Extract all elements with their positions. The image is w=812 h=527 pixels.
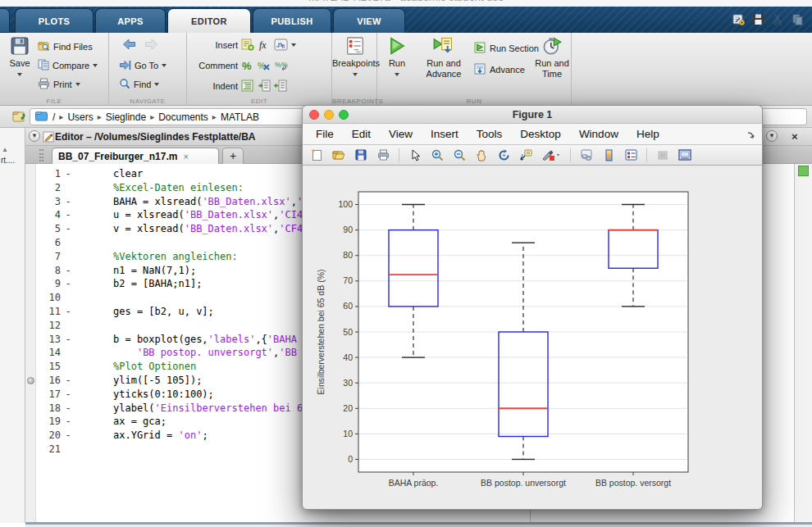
copy-icon[interactable] xyxy=(791,13,804,25)
zoom-in-icon[interactable] xyxy=(430,148,445,162)
browse-folder-icon[interactable] xyxy=(12,110,26,126)
save-button[interactable]: Save xyxy=(5,36,34,79)
uncomment-icon[interactable]: % xyxy=(258,59,271,73)
compare-button[interactable]: Compare xyxy=(38,58,98,73)
editor-menu-button[interactable]: ▼ xyxy=(766,130,778,142)
brush-data-icon[interactable] xyxy=(541,148,562,162)
svg-text:0: 0 xyxy=(348,454,353,464)
insert-legend-icon[interactable] xyxy=(623,148,638,162)
link-plot-icon[interactable] xyxy=(579,148,594,162)
pan-hand-icon[interactable] xyxy=(474,148,489,162)
tab-grip-handle[interactable] xyxy=(39,149,43,161)
menu-desktop[interactable]: Desktop xyxy=(520,128,561,140)
smart-indent-icon[interactable] xyxy=(241,80,254,93)
new-document-tab-button[interactable]: + xyxy=(222,148,244,164)
new-script-icon[interactable] xyxy=(732,13,745,25)
figure-menubar: File Edit View Insert Tools Desktop Wind… xyxy=(303,124,762,145)
tab-apps[interactable]: APPS xyxy=(95,8,166,33)
breakpoints-button[interactable]: Breakpoints xyxy=(332,36,377,79)
menu-window[interactable]: Window xyxy=(579,128,618,140)
insert-function-icon[interactable]: fx xyxy=(258,39,271,52)
insert-colorbar-icon[interactable] xyxy=(601,148,616,162)
tab-home-partial[interactable] xyxy=(0,8,10,33)
tab-editor[interactable]: EDITOR xyxy=(167,8,251,33)
back-arrow-icon[interactable] xyxy=(122,39,136,52)
ribbon-section-edit: Insert fx fi Comment % % %% Indent EDIT xyxy=(187,33,332,106)
figure-titlebar[interactable]: Figure 1 xyxy=(303,106,762,124)
tab-view[interactable]: VIEW xyxy=(333,8,405,33)
breadcrumb-separator: ▸ xyxy=(57,112,66,121)
insert-fi-icon[interactable]: fi xyxy=(274,39,288,52)
panel-menu-button[interactable]: ▼ xyxy=(29,130,40,142)
svg-text:70: 70 xyxy=(343,275,353,285)
code-line: 11-ges = [b2, u, v]; xyxy=(36,305,308,319)
find-files-button[interactable]: Find Files xyxy=(38,39,93,54)
panel-truncated-label: rt.... xyxy=(1,156,15,165)
wrap-comments-icon[interactable]: %% xyxy=(275,59,289,73)
svg-text:90: 90 xyxy=(343,225,353,234)
menu-view[interactable]: View xyxy=(389,128,413,140)
insert-section-icon[interactable] xyxy=(241,39,254,52)
code-line: 9-b2 = [BAHA;n1]; xyxy=(36,277,308,291)
svg-text:20: 20 xyxy=(343,403,353,413)
save-icon[interactable] xyxy=(752,13,764,25)
new-figure-icon[interactable] xyxy=(309,148,324,162)
hide-plot-tools-icon[interactable] xyxy=(655,148,670,162)
svg-text:80: 80 xyxy=(343,250,353,260)
rotate-3d-icon[interactable] xyxy=(496,148,511,162)
run-button[interactable]: Run xyxy=(382,36,412,79)
svg-text:fi: fi xyxy=(282,43,285,49)
edit-plot-cursor-icon[interactable] xyxy=(408,148,422,162)
menu-tools[interactable]: Tools xyxy=(477,128,503,140)
toolbar-separator xyxy=(570,148,571,162)
advance-icon xyxy=(474,63,486,76)
print-figure-icon[interactable] xyxy=(376,148,390,162)
goto-icon xyxy=(119,60,131,72)
menu-edit[interactable]: Edit xyxy=(352,128,371,140)
document-tab[interactable]: BB_07_Freiburger_n17.m × xyxy=(52,148,219,164)
run-section-button[interactable]: Run Section xyxy=(474,41,539,56)
save-figure-icon[interactable] xyxy=(354,148,368,162)
menu-help[interactable]: Help xyxy=(636,128,659,140)
breadcrumb-segment[interactable]: Users xyxy=(67,111,93,123)
svg-text:60: 60 xyxy=(343,301,353,311)
tab-close-icon[interactable]: × xyxy=(183,152,188,161)
show-plot-tools-dock-icon[interactable] xyxy=(677,148,692,162)
toolbar-separator xyxy=(399,148,399,162)
breadcrumb-segment[interactable]: Sieglinde xyxy=(106,111,146,123)
code-analyzer-bar[interactable] xyxy=(794,164,812,522)
comment-icon[interactable]: % xyxy=(241,59,254,73)
code-line: 16-ylim([-5 105]); xyxy=(36,374,308,388)
goto-button[interactable]: Go To xyxy=(119,58,167,73)
cut-icon[interactable] xyxy=(772,13,784,25)
run-and-time-button[interactable]: Run and Time xyxy=(535,36,569,79)
tab-publish[interactable]: PUBLISH xyxy=(253,8,331,33)
advance-button[interactable]: Advance xyxy=(474,62,525,77)
breadcrumb-segment[interactable]: MATLAB xyxy=(221,111,259,123)
tab-plots[interactable]: PLOTS xyxy=(15,8,94,33)
dock-figure-icon[interactable] xyxy=(746,129,755,143)
forward-arrow-icon[interactable] xyxy=(144,39,158,52)
menu-insert[interactable]: Insert xyxy=(431,128,458,140)
menu-file[interactable]: File xyxy=(316,128,334,140)
editor-close-button[interactable]: × xyxy=(791,130,798,143)
gutter-marker[interactable] xyxy=(27,377,34,384)
breadcrumb-segment[interactable]: / xyxy=(52,111,55,123)
breadcrumb-segment[interactable]: Documents xyxy=(158,111,208,123)
breakpoint-gutter[interactable] xyxy=(25,164,36,522)
indent-right-icon[interactable] xyxy=(258,80,271,93)
window-title: MATLAB R2017a - academic student use xyxy=(0,0,812,3)
print-button[interactable]: Print xyxy=(38,77,80,92)
zoom-out-icon[interactable] xyxy=(452,148,467,162)
open-file-icon[interactable] xyxy=(331,148,346,162)
run-and-advance-button[interactable]: Run and Advance xyxy=(418,36,469,79)
indent-left-icon[interactable] xyxy=(274,80,287,93)
figure-canvas[interactable]: BAHA präop.BB postop. unversorgtBB posto… xyxy=(303,166,762,509)
find-button[interactable]: Find xyxy=(119,77,159,92)
side-panel: ▲ rt.... xyxy=(0,128,25,523)
sort-arrow[interactable]: ▲ xyxy=(2,146,8,153)
figure-window[interactable]: Figure 1 File Edit View Insert Tools Des… xyxy=(302,105,763,510)
svg-text:%%: %% xyxy=(275,61,288,69)
analyzer-status-indicator[interactable] xyxy=(798,166,809,176)
data-cursor-icon[interactable] xyxy=(518,148,533,162)
